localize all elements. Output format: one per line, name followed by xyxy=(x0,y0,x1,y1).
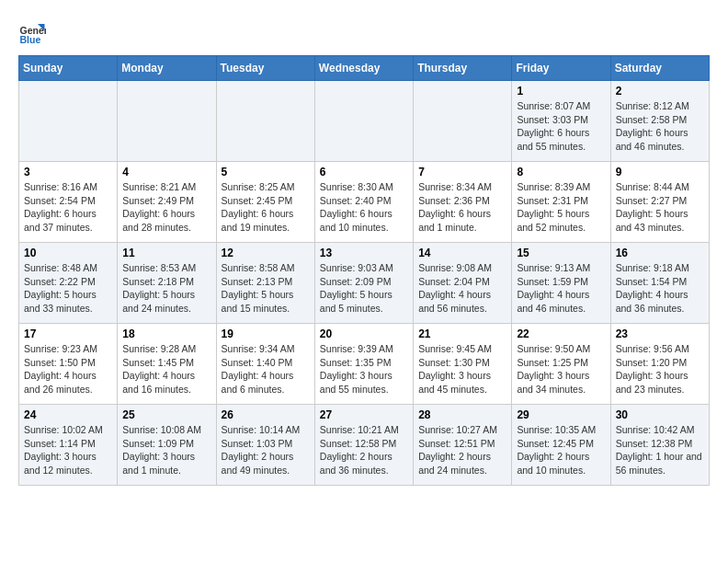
weekday-header: Monday xyxy=(118,56,216,81)
day-number: 17 xyxy=(24,327,112,340)
calendar-week-row: 24Sunrise: 10:02 AM Sunset: 1:14 PM Dayl… xyxy=(19,405,710,486)
calendar-cell: 6Sunrise: 8:30 AM Sunset: 2:40 PM Daylig… xyxy=(314,162,413,243)
calendar-cell: 18Sunrise: 9:28 AM Sunset: 1:45 PM Dayli… xyxy=(118,324,216,405)
day-info: Sunrise: 8:07 AM Sunset: 3:03 PM Dayligh… xyxy=(517,99,605,154)
day-number: 28 xyxy=(418,408,506,421)
calendar-cell: 26Sunrise: 10:14 AM Sunset: 1:03 PM Dayl… xyxy=(216,405,314,486)
calendar-cell: 24Sunrise: 10:02 AM Sunset: 1:14 PM Dayl… xyxy=(19,405,118,486)
day-number: 11 xyxy=(122,247,210,259)
day-number: 12 xyxy=(222,247,310,259)
day-info: Sunrise: 9:18 AM Sunset: 1:54 PM Dayligh… xyxy=(616,261,704,316)
day-number: 30 xyxy=(616,408,704,421)
day-number: 2 xyxy=(616,85,704,98)
svg-text:Blue: Blue xyxy=(20,34,41,45)
day-info: Sunrise: 9:34 AM Sunset: 1:40 PM Dayligh… xyxy=(222,342,310,396)
calendar-cell: 21Sunrise: 9:45 AM Sunset: 1:30 PM Dayli… xyxy=(414,324,512,405)
calendar-cell: 20Sunrise: 9:39 AM Sunset: 1:35 PM Dayli… xyxy=(314,324,413,405)
weekday-header: Wednesday xyxy=(314,56,413,81)
calendar-cell: 16Sunrise: 9:18 AM Sunset: 1:54 PM Dayli… xyxy=(610,243,709,324)
day-info: Sunrise: 10:14 AM Sunset: 1:03 PM Daylig… xyxy=(222,423,310,477)
calendar-cell: 11Sunrise: 8:53 AM Sunset: 2:18 PM Dayli… xyxy=(118,243,216,324)
calendar-week-row: 10Sunrise: 8:48 AM Sunset: 2:22 PM Dayli… xyxy=(19,243,710,324)
calendar-cell: 2Sunrise: 8:12 AM Sunset: 2:58 PM Daylig… xyxy=(610,81,709,162)
day-number: 1 xyxy=(517,85,605,98)
calendar-cell: 23Sunrise: 9:56 AM Sunset: 1:20 PM Dayli… xyxy=(610,324,709,405)
day-number: 16 xyxy=(616,247,704,259)
weekday-header: Saturday xyxy=(610,56,709,81)
calendar-cell: 8Sunrise: 8:39 AM Sunset: 2:31 PM Daylig… xyxy=(512,162,610,243)
calendar-body: 1Sunrise: 8:07 AM Sunset: 3:03 PM Daylig… xyxy=(19,81,710,486)
weekday-header: Sunday xyxy=(19,56,118,81)
calendar-cell xyxy=(118,81,216,162)
day-info: Sunrise: 8:34 AM Sunset: 2:36 PM Dayligh… xyxy=(418,180,506,235)
day-info: Sunrise: 8:48 AM Sunset: 2:22 PM Dayligh… xyxy=(24,261,112,316)
weekday-header: Thursday xyxy=(414,56,512,81)
calendar-cell: 28Sunrise: 10:27 AM Sunset: 12:51 PM Day… xyxy=(414,405,512,486)
calendar-cell: 12Sunrise: 8:58 AM Sunset: 2:13 PM Dayli… xyxy=(216,243,314,324)
calendar-week-row: 17Sunrise: 9:23 AM Sunset: 1:50 PM Dayli… xyxy=(19,324,710,405)
calendar-cell xyxy=(19,81,118,162)
weekday-header: Tuesday xyxy=(216,56,314,81)
calendar-cell: 7Sunrise: 8:34 AM Sunset: 2:36 PM Daylig… xyxy=(414,162,512,243)
day-number: 10 xyxy=(24,247,112,259)
day-info: Sunrise: 9:13 AM Sunset: 1:59 PM Dayligh… xyxy=(517,261,605,316)
calendar-cell: 22Sunrise: 9:50 AM Sunset: 1:25 PM Dayli… xyxy=(512,324,610,405)
day-info: Sunrise: 9:03 AM Sunset: 2:09 PM Dayligh… xyxy=(320,261,408,316)
day-info: Sunrise: 9:28 AM Sunset: 1:45 PM Dayligh… xyxy=(122,342,210,396)
calendar-cell: 30Sunrise: 10:42 AM Sunset: 12:38 PM Day… xyxy=(610,405,709,486)
day-info: Sunrise: 8:39 AM Sunset: 2:31 PM Dayligh… xyxy=(517,180,605,235)
day-info: Sunrise: 8:16 AM Sunset: 2:54 PM Dayligh… xyxy=(24,180,112,235)
calendar-cell: 25Sunrise: 10:08 AM Sunset: 1:09 PM Dayl… xyxy=(118,405,216,486)
calendar-cell: 19Sunrise: 9:34 AM Sunset: 1:40 PM Dayli… xyxy=(216,324,314,405)
day-number: 27 xyxy=(320,408,408,421)
calendar-cell: 27Sunrise: 10:21 AM Sunset: 12:58 PM Day… xyxy=(314,405,413,486)
day-number: 29 xyxy=(517,408,605,421)
day-number: 26 xyxy=(222,408,310,421)
calendar-cell xyxy=(314,81,413,162)
day-info: Sunrise: 8:25 AM Sunset: 2:45 PM Dayligh… xyxy=(222,180,310,235)
day-number: 21 xyxy=(418,327,506,340)
day-info: Sunrise: 8:21 AM Sunset: 2:49 PM Dayligh… xyxy=(122,180,210,235)
day-number: 22 xyxy=(517,327,605,340)
day-number: 20 xyxy=(320,327,408,340)
day-info: Sunrise: 8:30 AM Sunset: 2:40 PM Dayligh… xyxy=(320,180,408,235)
day-number: 4 xyxy=(122,166,210,178)
calendar-cell: 17Sunrise: 9:23 AM Sunset: 1:50 PM Dayli… xyxy=(19,324,118,405)
calendar-cell xyxy=(216,81,314,162)
calendar-cell: 10Sunrise: 8:48 AM Sunset: 2:22 PM Dayli… xyxy=(19,243,118,324)
day-info: Sunrise: 10:02 AM Sunset: 1:14 PM Daylig… xyxy=(24,423,112,477)
day-info: Sunrise: 9:39 AM Sunset: 1:35 PM Dayligh… xyxy=(320,342,408,396)
day-number: 5 xyxy=(222,166,310,178)
calendar-cell: 14Sunrise: 9:08 AM Sunset: 2:04 PM Dayli… xyxy=(414,243,512,324)
page-header: General Blue xyxy=(18,18,710,46)
calendar-cell xyxy=(414,81,512,162)
day-number: 7 xyxy=(418,166,506,178)
day-info: Sunrise: 8:53 AM Sunset: 2:18 PM Dayligh… xyxy=(122,261,210,316)
calendar-week-row: 3Sunrise: 8:16 AM Sunset: 2:54 PM Daylig… xyxy=(19,162,710,243)
day-info: Sunrise: 10:27 AM Sunset: 12:51 PM Dayli… xyxy=(418,423,506,477)
day-info: Sunrise: 9:56 AM Sunset: 1:20 PM Dayligh… xyxy=(616,342,704,396)
day-number: 6 xyxy=(320,166,408,178)
day-number: 15 xyxy=(517,247,605,259)
day-number: 23 xyxy=(616,327,704,340)
day-number: 8 xyxy=(517,166,605,178)
logo: General Blue xyxy=(18,18,46,46)
day-info: Sunrise: 10:21 AM Sunset: 12:58 PM Dayli… xyxy=(320,423,408,477)
day-info: Sunrise: 10:35 AM Sunset: 12:45 PM Dayli… xyxy=(517,423,605,477)
day-info: Sunrise: 9:08 AM Sunset: 2:04 PM Dayligh… xyxy=(418,261,506,316)
calendar-table: SundayMondayTuesdayWednesdayThursdayFrid… xyxy=(18,55,710,486)
day-info: Sunrise: 9:50 AM Sunset: 1:25 PM Dayligh… xyxy=(517,342,605,396)
calendar-header: SundayMondayTuesdayWednesdayThursdayFrid… xyxy=(19,56,710,81)
day-number: 14 xyxy=(418,247,506,259)
day-info: Sunrise: 9:23 AM Sunset: 1:50 PM Dayligh… xyxy=(24,342,112,396)
day-info: Sunrise: 9:45 AM Sunset: 1:30 PM Dayligh… xyxy=(418,342,506,396)
calendar-cell: 15Sunrise: 9:13 AM Sunset: 1:59 PM Dayli… xyxy=(512,243,610,324)
day-number: 9 xyxy=(616,166,704,178)
day-info: Sunrise: 10:08 AM Sunset: 1:09 PM Daylig… xyxy=(122,423,210,477)
calendar-cell: 4Sunrise: 8:21 AM Sunset: 2:49 PM Daylig… xyxy=(118,162,216,243)
calendar-week-row: 1Sunrise: 8:07 AM Sunset: 3:03 PM Daylig… xyxy=(19,81,710,162)
weekday-header: Friday xyxy=(512,56,610,81)
day-number: 18 xyxy=(122,327,210,340)
day-number: 13 xyxy=(320,247,408,259)
calendar-cell: 13Sunrise: 9:03 AM Sunset: 2:09 PM Dayli… xyxy=(314,243,413,324)
